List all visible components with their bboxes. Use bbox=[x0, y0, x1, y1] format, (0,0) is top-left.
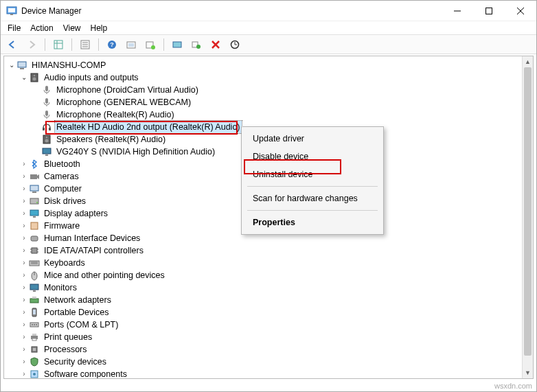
show-hidden-icon[interactable] bbox=[51, 37, 66, 52]
expand-icon[interactable]: › bbox=[19, 319, 29, 331]
svg-rect-45 bbox=[30, 185, 38, 191]
expand-icon[interactable]: › bbox=[19, 343, 29, 356]
device-item[interactable]: Microphone (GENERAL WEBCAM) bbox=[7, 96, 533, 108]
vertical-scrollbar[interactable]: ▲ ▼ bbox=[522, 56, 533, 378]
tree-label: Network adapters bbox=[43, 294, 113, 306]
expand-icon[interactable]: › bbox=[19, 306, 29, 319]
svg-rect-65 bbox=[30, 299, 38, 303]
expand-icon[interactable]: › bbox=[19, 356, 29, 368]
expand-icon[interactable]: › bbox=[19, 281, 29, 294]
svg-rect-75 bbox=[32, 338, 36, 341]
uninstall-device-icon[interactable] bbox=[189, 37, 204, 52]
svg-text:?: ? bbox=[110, 41, 114, 48]
tree-label: Print queues bbox=[43, 331, 93, 343]
category-node[interactable]: ›Network adapters bbox=[7, 294, 533, 306]
scroll-thumb[interactable] bbox=[524, 67, 532, 356]
context-menu-item[interactable]: Disable device bbox=[242, 148, 383, 165]
device-item[interactable]: Microphone (Realtek(R) Audio) bbox=[7, 108, 533, 121]
expand-icon[interactable]: › bbox=[19, 195, 29, 207]
scan-icon[interactable] bbox=[124, 37, 139, 52]
help-icon[interactable]: ? bbox=[104, 37, 119, 52]
expand-icon[interactable]: ⌄ bbox=[19, 71, 29, 84]
context-menu-item[interactable]: Scan for hardware changes bbox=[242, 189, 383, 207]
category-node[interactable]: ›IDE ATA/ATAPI controllers bbox=[7, 244, 533, 257]
svg-rect-49 bbox=[30, 210, 38, 216]
tree-label: Monitors bbox=[43, 281, 78, 294]
category-audio[interactable]: ⌄Audio inputs and outputs bbox=[7, 71, 533, 84]
tree-label: Microphone (GENERAL WEBCAM) bbox=[55, 96, 192, 108]
svg-rect-17 bbox=[128, 43, 134, 47]
sw-icon bbox=[29, 369, 40, 378]
category-node[interactable]: ›Ports (COM & LPT) bbox=[7, 319, 533, 331]
context-menu-item[interactable]: Uninstall device bbox=[242, 165, 383, 183]
expand-icon[interactable]: › bbox=[19, 257, 29, 269]
expand-icon[interactable]: › bbox=[19, 368, 29, 378]
category-node[interactable]: ›Mice and other pointing devices bbox=[7, 269, 533, 281]
tree-label: Firmware bbox=[43, 220, 81, 232]
expand-icon[interactable]: › bbox=[19, 294, 29, 306]
svg-rect-46 bbox=[32, 192, 36, 193]
speaker-icon bbox=[41, 134, 52, 145]
context-menu-item[interactable]: Update driver bbox=[242, 130, 383, 148]
delete-icon[interactable] bbox=[208, 37, 223, 52]
svg-rect-42 bbox=[43, 148, 51, 154]
menu-help[interactable]: Help bbox=[91, 23, 108, 33]
context-menu-item[interactable]: Properties bbox=[242, 214, 383, 231]
scroll-down-icon[interactable]: ▼ bbox=[523, 367, 533, 378]
mic-icon bbox=[41, 97, 52, 108]
watermark: wsxdn.com bbox=[494, 382, 532, 390]
expand-icon[interactable]: › bbox=[19, 331, 29, 343]
category-node[interactable]: ›Processors bbox=[7, 343, 533, 356]
svg-rect-7 bbox=[54, 41, 62, 49]
category-node[interactable]: ›Monitors bbox=[7, 281, 533, 294]
disk-icon bbox=[29, 196, 40, 207]
expand-icon[interactable]: › bbox=[19, 269, 29, 281]
expand-icon[interactable]: ⌄ bbox=[7, 59, 16, 71]
expand-icon[interactable]: › bbox=[19, 244, 29, 257]
category-node[interactable]: ›Portable Devices bbox=[7, 306, 533, 319]
minimize-button[interactable] bbox=[442, 1, 473, 21]
update-driver-icon[interactable] bbox=[170, 37, 185, 52]
expand-icon[interactable]: › bbox=[19, 207, 29, 220]
back-button[interactable] bbox=[5, 37, 20, 52]
tree-label: Microphone (DroidCam Virtual Audio) bbox=[55, 84, 200, 96]
menu-action[interactable]: Action bbox=[30, 23, 53, 33]
window-title: Device Manager bbox=[21, 6, 81, 16]
app-icon bbox=[6, 5, 17, 16]
tree-label: Portable Devices bbox=[43, 306, 111, 319]
expand-icon[interactable]: › bbox=[19, 183, 29, 195]
category-node[interactable]: ›Keyboards bbox=[7, 257, 533, 269]
scroll-up-icon[interactable]: ▲ bbox=[523, 56, 533, 67]
hp-icon bbox=[41, 122, 52, 132]
forward-button[interactable] bbox=[24, 37, 39, 52]
add-legacy-icon[interactable] bbox=[143, 37, 158, 52]
monitor-icon bbox=[29, 282, 40, 293]
category-node[interactable]: ›Print queues bbox=[7, 331, 533, 343]
printer-icon bbox=[29, 332, 40, 343]
context-menu-separator bbox=[247, 186, 378, 187]
svg-rect-31 bbox=[45, 86, 48, 91]
svg-point-70 bbox=[32, 324, 33, 325]
mic-icon bbox=[41, 109, 52, 120]
expand-icon[interactable]: › bbox=[19, 158, 29, 170]
device-item[interactable]: Microphone (DroidCam Virtual Audio) bbox=[7, 84, 533, 96]
svg-rect-26 bbox=[18, 62, 26, 67]
svg-point-41 bbox=[46, 137, 47, 138]
expand-icon[interactable]: › bbox=[19, 232, 29, 244]
properties-icon[interactable] bbox=[78, 37, 93, 52]
svg-rect-66 bbox=[32, 297, 36, 299]
hid-icon bbox=[29, 233, 40, 244]
menu-view[interactable]: View bbox=[63, 23, 81, 33]
expand-icon[interactable]: › bbox=[19, 220, 29, 232]
svg-rect-63 bbox=[30, 284, 38, 290]
svg-point-79 bbox=[33, 373, 36, 376]
scan-hw-icon[interactable] bbox=[227, 37, 242, 52]
close-button[interactable] bbox=[505, 1, 536, 21]
maximize-button[interactable] bbox=[473, 1, 505, 21]
category-node[interactable]: ›Software components bbox=[7, 368, 533, 378]
category-node[interactable]: ›Security devices bbox=[7, 356, 533, 368]
expand-icon[interactable]: › bbox=[19, 170, 29, 183]
menu-file[interactable]: File bbox=[8, 23, 21, 33]
svg-point-22 bbox=[196, 45, 201, 49]
root-node[interactable]: ⌄HIMANSHU-COMP bbox=[7, 59, 533, 71]
